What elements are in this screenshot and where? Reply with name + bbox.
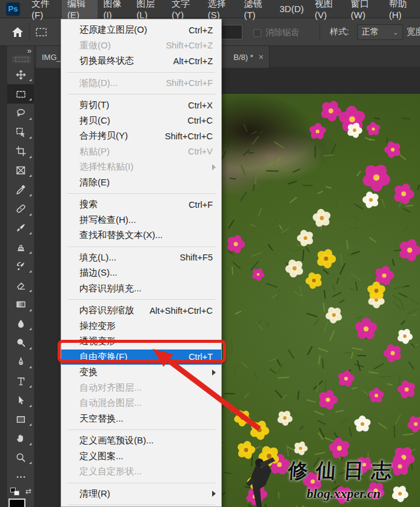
submenu-arrow-icon [212,491,216,497]
frame-tool[interactable] [7,161,34,181]
document-canvas-flower-photo: 修仙日志 blog.xxper.cn [222,94,420,507]
menu-item-label: 内容识别缩放 [79,305,134,316]
menu-item-shortcut: Shift+Ctrl+F [166,78,213,88]
menu-item-label: 查找和替换文本(X)... [79,230,163,241]
menu-item[interactable]: 切换最终状态Alt+Ctrl+Z [61,53,221,69]
menu-item[interactable]: 内容识别缩放Alt+Shift+Ctrl+C [61,303,221,319]
menu-item[interactable]: 剪切(T)Ctrl+X [61,98,221,113]
menu-item[interactable]: 粘贴(P)Ctrl+V [61,144,221,160]
object-selection-tool[interactable] [7,123,34,142]
menu-item[interactable]: 天空替换... [61,411,221,427]
chevron-down-icon: ⌄ [393,29,398,36]
hand-tool[interactable] [7,429,34,448]
shape-tool[interactable] [7,410,34,429]
photoshop-logo-icon[interactable]: Ps [6,2,20,16]
toolbar-collapse-button[interactable]: » [7,46,34,55]
toolbar-grip[interactable] [12,56,31,63]
menu-separator [67,483,215,483]
menu-item[interactable]: 清理(R) [61,486,221,502]
eyedropper-tool[interactable] [7,180,34,199]
color-controls: ⇄ [7,486,34,507]
menubar-item[interactable]: 图层(L) [131,0,166,18]
menu-item[interactable]: 定义自定形状... [61,464,221,480]
menubar-item[interactable]: 滤镜(T) [238,0,274,18]
marquee-tool[interactable] [7,84,34,104]
menu-item-label: 定义图案... [79,451,124,462]
menu-item-label: 清理(R) [79,488,110,500]
menubar-item[interactable]: 文件(F) [26,0,62,18]
menu-item[interactable]: 合并拷贝(Y)Shift+Ctrl+C [61,128,221,144]
menu-item[interactable]: 重做(O)Shift+Ctrl+Z [61,38,221,54]
menu-item[interactable]: 填充(L)...Shift+F5 [61,250,221,266]
swap-colors-icon[interactable]: ⇄ [25,487,32,495]
menu-item[interactable]: 选择性粘贴(I) [61,159,221,175]
close-icon[interactable]: × [259,53,264,61]
menubar-item[interactable]: 图像(I) [98,0,131,18]
home-icon[interactable] [11,26,24,38]
menubar-item[interactable]: 窗口(W) [345,0,384,18]
tools-panel: » ⇄ [7,46,35,507]
menu-item-label: 天空替换... [79,413,124,425]
menu-item-label: 还原建立图层(O) [79,24,147,36]
menu-item-label: 填充(L)... [79,252,116,263]
options-divider [29,23,30,41]
menu-item[interactable]: 操控变形 [61,319,221,334]
menu-item[interactable]: 自动混合图层... [61,396,221,411]
menubar-item[interactable]: 帮助(H) [384,0,420,18]
menu-item-shortcut: Ctrl+Z [188,25,213,35]
menu-item[interactable]: 查找和替换文本(X)... [61,228,221,244]
submenu-arrow-icon [212,369,216,376]
brush-tool[interactable] [7,219,34,238]
menubar-item[interactable]: 文字(Y) [166,0,202,18]
dodge-tool[interactable] [7,333,34,353]
watermark: 修仙日志 blog.xxper.cn [269,457,418,502]
path-selection-tool[interactable] [7,391,34,410]
type-tool[interactable] [7,371,34,391]
menubar-item[interactable]: 选择(S) [202,0,239,18]
menu-item[interactable]: 变换 [61,365,221,380]
menu-item[interactable]: 拷贝(C)Ctrl+C [61,113,221,129]
watermark-url: blog.xxper.cn [269,486,418,502]
menu-item[interactable]: 清除(E) [61,175,221,191]
lasso-tool[interactable] [7,104,34,123]
menu-item-label: 重做(O) [79,40,111,51]
menu-item-label: 拼写检查(H)... [79,214,136,226]
antialias-checkbox[interactable] [253,29,261,37]
default-colors-icon[interactable] [10,488,20,496]
menu-item[interactable]: 内容识别填充... [61,281,221,297]
menubar-item[interactable]: 编辑(E) [62,0,98,18]
gradient-tool[interactable] [7,295,34,314]
menu-item-label: 搜索 [79,199,98,210]
menu-item[interactable]: 定义画笔预设(B)... [61,433,221,449]
menu-item-label: 定义画笔预设(B)... [79,435,154,446]
move-tool[interactable] [7,65,34,85]
zoom-tool[interactable] [7,448,34,468]
edit-menu-dropdown: 还原建立图层(O)Ctrl+Z重做(O)Shift+Ctrl+Z切换最终状态Al… [61,19,222,507]
menu-item[interactable]: 搜索Ctrl+F [61,197,221,213]
menubar-item[interactable]: 3D(D) [274,0,309,18]
menu-item-label: 描边(S)... [79,267,118,279]
crop-tool[interactable] [7,142,34,161]
menu-item-label: 操控变形 [79,320,116,332]
eraser-tool[interactable] [7,276,34,295]
menu-item-label: 剪切(T) [79,99,109,111]
menu-item[interactable]: 描边(S)... [61,265,221,281]
ellipsis-icon[interactable] [7,467,34,486]
menu-item-label: 内容识别填充... [79,283,142,294]
menu-item[interactable]: 定义图案... [61,449,221,465]
menu-separator [67,299,215,300]
menu-item[interactable]: 还原建立图层(O)Ctrl+Z [61,22,221,38]
menu-item[interactable]: 自动对齐图层... [61,380,221,396]
pen-tool[interactable] [7,353,34,372]
healing-brush-tool[interactable] [7,199,34,219]
menubar-item[interactable]: 视图(V) [309,0,345,18]
blur-tool[interactable] [7,314,34,334]
tab-title-left: IMG_ [42,53,61,62]
menu-item[interactable]: 渐隐(D)...Shift+Ctrl+F [61,76,221,91]
foreground-color-swatch[interactable] [8,499,25,507]
marquee-options-icon[interactable] [35,27,48,38]
history-brush-tool[interactable] [7,257,34,276]
menu-item[interactable]: 拼写检查(H)... [61,213,221,228]
clone-stamp-tool[interactable] [7,237,34,257]
style-dropdown[interactable]: 正常 ⌄ [357,24,403,40]
